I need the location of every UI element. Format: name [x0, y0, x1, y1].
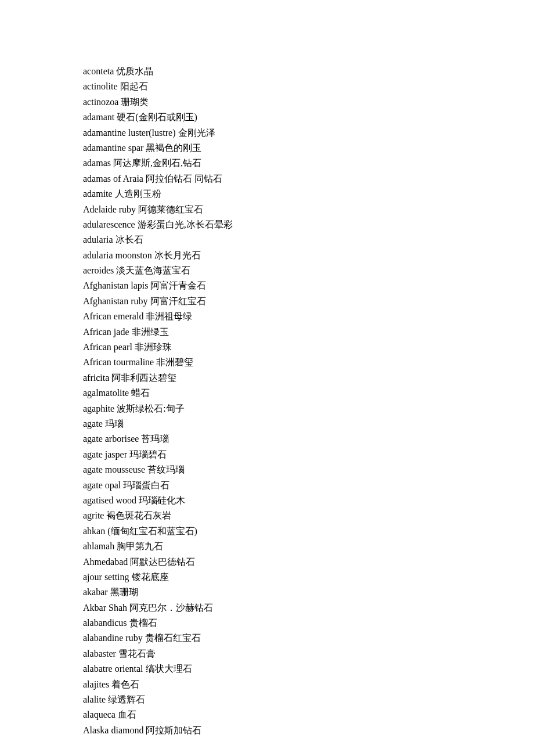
glossary-entry: alajites 着色石 [83, 677, 534, 692]
term: alajites [83, 679, 109, 689]
glossary-entry: alalite 绿透辉石 [83, 692, 534, 707]
definition: 硬石(金刚石或刚玉) [117, 112, 197, 122]
definition: 黑褐色的刚玉 [146, 143, 201, 153]
definition: 血石 [118, 710, 136, 719]
definition: 苔玛瑙 [141, 434, 169, 444]
glossary-entry: adularescence 游彩蛋白光,冰长石晕彩 [83, 217, 534, 232]
term: adamantine spar [83, 143, 143, 153]
term: adamas [83, 158, 111, 168]
glossary-entry: African pearl 非洲珍珠 [83, 340, 534, 355]
term: agrite [83, 510, 104, 520]
glossary-entry: Afghanistan lapis 阿富汗青金石 [83, 278, 534, 293]
term: Afghanistan ruby [83, 296, 148, 306]
glossary-entry: African jade 非洲绿玉 [83, 325, 534, 340]
definition: 优质水晶 [116, 66, 153, 76]
definition: 非洲祖母绿 [146, 311, 192, 321]
definition: 苔纹玛瑙 [147, 465, 185, 474]
definition: 玛瑙蛋白石 [123, 480, 169, 490]
term: adularescence [83, 219, 135, 229]
glossary-entry: alabatre oriental 缟状大理石 [83, 661, 534, 676]
definition: 冰长月光石 [154, 250, 201, 260]
definition: 蜡石 [131, 388, 150, 398]
glossary-entry: adamas 阿达摩斯,金刚石,钻石 [83, 156, 534, 171]
term: akabar [83, 587, 108, 597]
definition: 冰长石 [116, 235, 143, 244]
term: African tourmaline [83, 357, 154, 367]
term: adamant [83, 112, 114, 122]
glossary-entry: Akbar Shah 阿克巴尔．沙赫钻石 [83, 600, 534, 615]
definition: 阳起石 [120, 81, 148, 91]
glossary-entry: agate mousseuse 苔纹玛瑙 [83, 462, 534, 477]
definition: 阿富汗红宝石 [150, 296, 206, 306]
term: ahkan [83, 526, 105, 536]
definition: 阿富汗青金石 [150, 280, 206, 290]
definition: 珊瑚类 [121, 97, 149, 107]
definition: 阿默达巴德钻石 [130, 557, 195, 567]
glossary-entry: akabar 黑珊瑚 [83, 585, 534, 600]
term: ahlamah [83, 541, 114, 551]
term: Alaska diamond [83, 725, 143, 735]
definition: 黑珊瑚 [110, 587, 138, 597]
term: adularia [83, 235, 113, 244]
definition: 淡天蓝色海蓝宝石 [116, 265, 190, 275]
definition: 玛瑙硅化木 [139, 495, 185, 505]
glossary-entry: adularia moonston 冰长月光石 [83, 248, 534, 263]
glossary-entry: ahlamah 胸甲第九石 [83, 539, 534, 554]
term: adamas of Araia [83, 174, 143, 183]
definition: 游彩蛋白光,冰长石晕彩 [138, 219, 233, 229]
term: actinolite [83, 81, 118, 91]
glossary-entry: adamant 硬石(金刚石或刚玉) [83, 110, 534, 125]
glossary-entry: agate arborisee 苔玛瑙 [83, 431, 534, 447]
definition: 贵榴石 [129, 618, 157, 628]
glossary-entry: agalmatolite 蜡石 [83, 386, 534, 401]
term: agate jasper [83, 449, 127, 459]
definition: 非洲珍珠 [135, 342, 172, 352]
term: adamantine luster(lustre) [83, 128, 176, 138]
glossary-entry: agrite 褐色斑花石灰岩 [83, 508, 534, 523]
glossary-entry: agate jasper 玛瑙碧石 [83, 447, 534, 462]
definition: 阿克巴尔．沙赫钻石 [129, 603, 213, 613]
glossary-entry: agatised wood 玛瑙硅化木 [83, 493, 534, 508]
definition: (缅甸红宝石和蓝宝石) [107, 526, 197, 536]
definition: 缟状大理石 [146, 664, 192, 674]
glossary-entry: Alaska diamond 阿拉斯加钻石 [83, 723, 534, 738]
term: alabatre oriental [83, 664, 143, 674]
term: adularia moonston [83, 250, 152, 260]
definition: 镂花底座 [132, 572, 169, 582]
term: Ahmedabad [83, 557, 128, 567]
glossary-entry: agate opal 玛瑙蛋白石 [83, 478, 534, 493]
definition: 阿拉斯加钻石 [146, 725, 201, 735]
glossary-entry: alabandicus 贵榴石 [83, 615, 534, 631]
term: alabandine ruby [83, 633, 143, 643]
glossary-entry: ajour setting 镂花底座 [83, 570, 534, 585]
term: africita [83, 373, 109, 383]
definition: 金刚光泽 [178, 128, 215, 138]
definition: 雪花石膏 [118, 649, 156, 658]
term: agate [83, 419, 103, 429]
definition: 阿达摩斯,金刚石,钻石 [113, 158, 201, 168]
glossary-entry: adamite 人造刚玉粉 [83, 186, 534, 201]
glossary-entry: alabandine ruby 贵榴石红宝石 [83, 631, 534, 646]
term: agate opal [83, 480, 121, 490]
glossary-entry: adamantine spar 黑褐色的刚玉 [83, 141, 534, 156]
glossary-entry: Afghanistan ruby 阿富汗红宝石 [83, 294, 534, 309]
definition: 贵榴石红宝石 [145, 633, 201, 643]
definition: 阿非利西达碧玺 [111, 373, 176, 383]
definition: 玛瑙碧石 [129, 449, 167, 459]
definition: 非洲绿玉 [132, 327, 169, 337]
glossary-entry: adularia 冰长石 [83, 232, 534, 247]
term: agate arborisee [83, 434, 139, 444]
term: Akbar Shah [83, 603, 127, 613]
glossary-entry: adamas of Araia 阿拉伯钻石 同钻石 [83, 171, 534, 186]
term: alabandicus [83, 618, 127, 628]
definition: 阿德莱德红宝石 [138, 204, 203, 214]
glossary-entry: agaphite 波斯绿松石:甸子 [83, 401, 534, 416]
glossary-entry: actinozoa 珊瑚类 [83, 95, 534, 110]
term: agatised wood [83, 495, 136, 505]
glossary-entry: ahkan (缅甸红宝石和蓝宝石) [83, 524, 534, 539]
term: Afghanistan lapis [83, 280, 148, 290]
glossary-entry: Ahmedabad 阿默达巴德钻石 [83, 555, 534, 570]
term: aeroides [83, 265, 114, 275]
definition: 胸甲第九石 [117, 541, 163, 551]
definition: 人造刚玉粉 [115, 189, 161, 199]
